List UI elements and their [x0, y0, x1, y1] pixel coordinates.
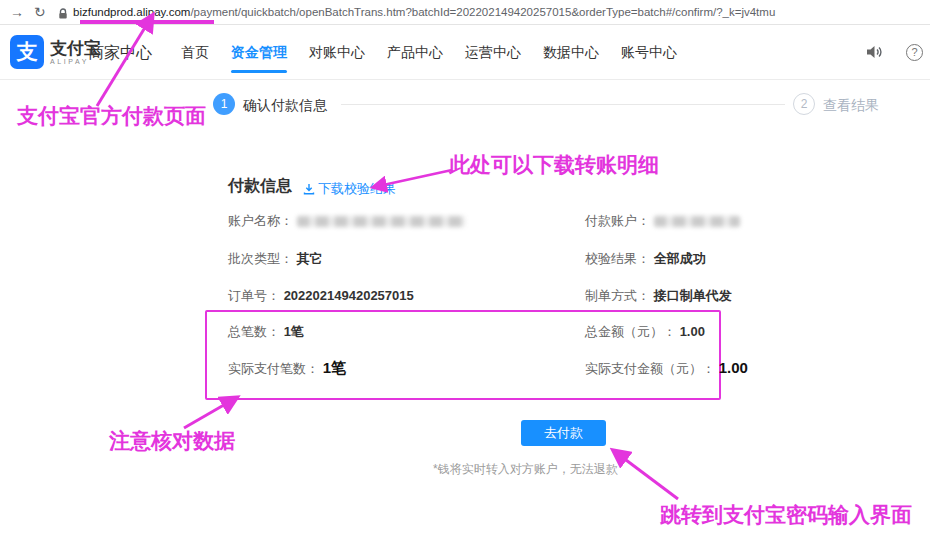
annotation-check-data: 注意核对数据 [109, 427, 235, 455]
step-1-label: 确认付款信息 [243, 97, 327, 115]
menu-item-operations[interactable]: 运营中心 [454, 25, 532, 80]
menu-item-funds[interactable]: 资金管理 [220, 25, 298, 80]
go-pay-button[interactable]: 去付款 [521, 420, 606, 446]
arrow-to-summary-box [184, 398, 236, 428]
redacted-value [654, 216, 740, 227]
nav-menu: 首页 资金管理 对账中心 产品中心 运营中心 数据中心 账号中心 [170, 25, 688, 80]
alipay-logo-icon: 支 [10, 35, 44, 69]
field-label: 实际支付笔数： [228, 361, 319, 376]
menu-item-products[interactable]: 产品中心 [376, 25, 454, 80]
field-value: 1笔 [284, 324, 304, 339]
field-total-count: 总笔数： 1笔 [228, 323, 304, 341]
menu-item-home[interactable]: 首页 [170, 25, 220, 80]
field-payer-account: 付款账户： [585, 212, 740, 230]
annotation-download-hint: 此处可以下载转账明细 [449, 151, 659, 179]
field-value: 全部成功 [654, 251, 706, 266]
field-total-amount: 总金额（元）： 1.00 [585, 323, 705, 341]
field-value: 1.00 [719, 359, 748, 376]
menu-item-data[interactable]: 数据中心 [532, 25, 610, 80]
download-link-label: 下载校验结果 [318, 180, 396, 198]
annotation-official-page: 支付宝官方付款页面 [17, 102, 206, 130]
field-label: 批次类型： [228, 251, 293, 266]
field-value: 1笔 [323, 359, 346, 376]
payment-note: *钱将实时转入对方账户，无法退款 [433, 461, 618, 478]
field-label: 订单号： [228, 288, 280, 303]
url-domain: bizfundprod.alipay.com [73, 6, 190, 18]
arrow-to-pay-button [614, 451, 678, 499]
field-actual-pay-count: 实际支付笔数： 1笔 [228, 359, 346, 378]
field-order-number: 订单号： 202202149420257015 [228, 287, 414, 305]
alipay-payment-page: → ↻ bizfundprod.alipay.com/payment/quick… [0, 0, 930, 551]
field-order-method: 制单方式： 接口制单代发 [585, 287, 732, 305]
field-label: 总笔数： [228, 324, 280, 339]
field-actual-pay-amount: 实际支付金额（元）： 1.00 [585, 359, 748, 378]
field-value: 其它 [297, 251, 323, 266]
field-label: 总金额（元）： [585, 324, 676, 339]
field-value: 202202149420257015 [284, 288, 414, 303]
field-label: 校验结果： [585, 251, 650, 266]
help-icon[interactable]: ? [906, 44, 923, 61]
download-check-result-link[interactable]: 下载校验结果 [303, 180, 396, 198]
step-2-label: 查看结果 [823, 97, 879, 115]
top-navbar: 支 支付宝 ALIPAY 商家中心 首页 资金管理 对账中心 产品中心 运营中心… [0, 25, 930, 80]
reload-icon[interactable]: ↻ [34, 0, 46, 25]
field-value: 接口制单代发 [654, 288, 732, 303]
menu-item-reconciliation[interactable]: 对账中心 [298, 25, 376, 80]
menu-item-account[interactable]: 账号中心 [610, 25, 688, 80]
url-text[interactable]: bizfundprod.alipay.com/payment/quickbatc… [73, 0, 775, 25]
field-label: 账户名称： [228, 213, 293, 228]
field-check-result: 校验结果： 全部成功 [585, 250, 706, 268]
field-value: 1.00 [680, 324, 705, 339]
field-label: 实际支付金额（元）： [585, 361, 715, 376]
download-icon [303, 183, 315, 195]
browser-bar: → ↻ bizfundprod.alipay.com/payment/quick… [0, 0, 930, 25]
field-batch-type: 批次类型： 其它 [228, 250, 323, 268]
step-1-circle: 1 [213, 93, 235, 115]
merchant-center-label[interactable]: 商家中心 [88, 25, 152, 80]
sound-icon[interactable] [866, 44, 884, 64]
field-account-name: 账户名称： [228, 212, 465, 230]
payment-info-title: 付款信息 [228, 176, 292, 197]
url-path: /payment/quickbatch/openBatchTrans.htm?b… [190, 6, 775, 18]
step-connector-line [341, 104, 785, 105]
lock-icon [58, 6, 68, 24]
field-label: 制单方式： [585, 288, 650, 303]
field-label: 付款账户： [585, 213, 650, 228]
step-2-circle: 2 [793, 93, 815, 115]
redacted-value [297, 216, 465, 227]
annotation-jump-hint: 跳转到支付宝密码输入界面 [660, 501, 912, 529]
forward-icon[interactable]: → [10, 0, 24, 25]
